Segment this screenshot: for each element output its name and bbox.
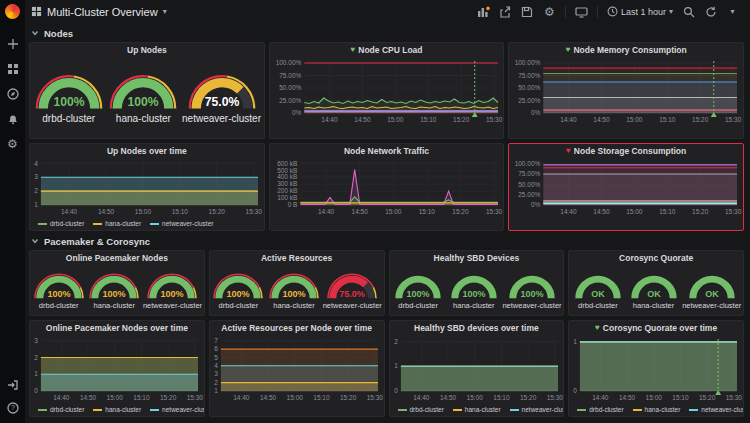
navbar-actions: ⚙ Last 1 hour ▾ ▾ — [474, 3, 742, 20]
panel-header[interactable]: Online Pacemaker Nodes over time — [30, 321, 204, 335]
svg-text:2: 2 — [34, 187, 38, 194]
legend-item[interactable]: drbd-cluster — [38, 220, 84, 227]
svg-text:1: 1 — [34, 370, 38, 377]
legend-item[interactable]: hana-cluster — [93, 406, 141, 413]
legend-item[interactable]: netweaver-cluster — [689, 406, 743, 413]
quorate-over-time-chart[interactable]: 14:4014:5015:0015:1015:2015:3010 — [569, 335, 743, 403]
add-panel-button[interactable] — [474, 3, 493, 20]
pacemaker-over-time-chart[interactable]: 14:4014:5015:0015:1015:2015:303210 — [30, 335, 204, 403]
svg-text:14:40: 14:40 — [61, 208, 78, 215]
svg-text:1: 1 — [394, 362, 398, 369]
save-button[interactable] — [518, 3, 537, 20]
panel-header[interactable]: Corosync Quorate — [569, 251, 743, 265]
row-header-pacemaker-corosync[interactable]: Pacemaker & Corosync — [31, 235, 744, 247]
panel-header[interactable]: ♥ Node Memory Consumption — [509, 43, 743, 57]
panel-header[interactable]: Active Resources per Node over time — [210, 321, 384, 335]
svg-text:15:10: 15:10 — [420, 116, 437, 123]
svg-text:100%: 100% — [407, 288, 430, 298]
svg-text:OK: OK — [591, 288, 605, 298]
legend-item[interactable]: hana-cluster — [93, 220, 141, 227]
panel-title-text: Node Storage Consumption — [574, 146, 686, 156]
online-pacemaker-gauges[interactable]: 100%drbd-cluster100%hana-cluster100%netw… — [30, 265, 204, 315]
dashboard-navbar: Multi-Cluster Overview ▾ ⚙ — [25, 0, 750, 23]
svg-text:15:20: 15:20 — [340, 394, 357, 401]
panel-header[interactable]: ♥ Node CPU Load — [270, 43, 504, 57]
chart-legend: drbd-clusterhana-clusternetweaver-cluste… — [30, 403, 204, 416]
dashboard-title[interactable]: Multi-Cluster Overview — [47, 6, 158, 18]
svg-text:14:40: 14:40 — [233, 394, 250, 401]
create-plus-icon[interactable] — [6, 37, 20, 51]
svg-text:14:50: 14:50 — [619, 394, 636, 401]
gauge-cluster-label: netweaver-cluster — [182, 113, 261, 124]
section-label: Pacemaker & Corosync — [44, 236, 150, 247]
corosync-quorate-gauges[interactable]: OKdrbd-clusterOKhana-clusterOKnetweaver-… — [569, 265, 743, 315]
explore-compass-icon[interactable] — [6, 87, 20, 101]
panel-header[interactable]: Healthy SBD Devices — [390, 251, 564, 265]
zoom-out-button[interactable] — [679, 3, 698, 20]
gauge-arc: 100% — [267, 269, 321, 301]
svg-text:14:50: 14:50 — [80, 394, 97, 401]
legend-item[interactable]: netweaver-cluster — [150, 220, 213, 227]
node-memory-chart[interactable]: 14:4014:5015:0015:1015:2015:30100.00%75.… — [509, 57, 743, 138]
grafana-logo[interactable] — [0, 0, 25, 23]
panel-header[interactable]: ♥ Corosync Quorate over time — [569, 321, 743, 335]
svg-text:14:40: 14:40 — [561, 208, 578, 215]
settings-gear-button[interactable]: ⚙ — [540, 3, 559, 20]
panel-header[interactable]: Node Network Traffic — [270, 144, 504, 158]
refresh-button[interactable] — [701, 3, 720, 20]
legend-item[interactable]: netweaver-cluster — [510, 406, 564, 413]
up-nodes-over-time-chart[interactable]: 14:4014:5015:0015:1015:2015:304321 — [30, 158, 264, 217]
legend-item[interactable]: netweaver-cluster — [150, 406, 204, 413]
node-storage-chart[interactable]: 14:4014:5015:0015:1015:2015:30100.00%75.… — [509, 158, 743, 230]
panel-up-nodes: Up Nodes 100%drbd-cluster100%hana-cluste… — [29, 42, 265, 139]
panel-header[interactable]: Online Pacemaker Nodes — [30, 251, 204, 265]
nodes-row-2: Up Nodes over time 14:4014:5015:0015:101… — [29, 143, 744, 231]
svg-text:2: 2 — [214, 379, 218, 386]
panel-header[interactable]: Up Nodes over time — [30, 144, 264, 158]
panel-header[interactable]: Up Nodes — [30, 43, 264, 57]
panel-header[interactable]: ♥ Node Storage Consumption — [509, 144, 743, 158]
resources-over-time-chart[interactable]: 14:4014:5015:0015:1015:2015:307654321 — [210, 335, 384, 416]
panel-online-pacemaker-over-time: Online Pacemaker Nodes over time 14:4014… — [29, 320, 205, 417]
cycle-view-mode-button[interactable] — [572, 3, 591, 20]
svg-text:1: 1 — [214, 387, 218, 394]
svg-text:14:50: 14:50 — [594, 208, 611, 215]
refresh-interval-dropdown[interactable]: ▾ — [723, 3, 742, 20]
time-range-picker[interactable]: Last 1 hour ▾ — [604, 3, 676, 20]
svg-text:15:30: 15:30 — [486, 116, 503, 123]
legend-item[interactable]: drbd-cluster — [577, 406, 623, 413]
panel-title-text: Healthy SBD Devices — [434, 253, 520, 263]
legend-series-color — [633, 409, 642, 411]
legend-item[interactable]: hana-cluster — [633, 406, 681, 413]
alerting-bell-icon[interactable] — [6, 112, 20, 126]
divider — [565, 6, 566, 18]
panel-header[interactable]: Active Resources — [210, 251, 384, 265]
legend-series-color — [93, 409, 102, 411]
svg-text:25.00%: 25.00% — [519, 191, 541, 198]
dashboard-title-group[interactable]: Multi-Cluster Overview ▾ — [31, 6, 167, 18]
svg-text:15:20: 15:20 — [160, 394, 177, 401]
sign-in-icon[interactable] — [6, 378, 20, 392]
node-cpu-load-chart[interactable]: 14:4014:5015:0015:1015:2015:30100.00%75.… — [270, 57, 504, 138]
svg-text:75.00%: 75.00% — [519, 170, 541, 177]
gauge: 100%hana-cluster — [87, 269, 141, 310]
legend-series-color — [689, 409, 698, 411]
configuration-gear-icon[interactable]: ⚙ — [6, 137, 20, 151]
svg-text:14:50: 14:50 — [98, 208, 115, 215]
legend-item[interactable]: drbd-cluster — [38, 406, 84, 413]
sbd-over-time-chart[interactable]: 14:4014:5015:0015:1015:2015:30210 — [390, 335, 564, 403]
row-header-nodes[interactable]: Nodes — [31, 27, 744, 39]
svg-text:75.0%: 75.0% — [339, 288, 365, 298]
panel-header[interactable]: Healthy SBD devices over time — [390, 321, 564, 335]
gauge-cluster-label: netweaver-cluster — [502, 301, 561, 310]
panel-title-text: Online Pacemaker Nodes — [66, 253, 168, 263]
active-resources-gauges[interactable]: 100%drbd-cluster100%hana-cluster75.0%net… — [210, 265, 384, 315]
healthy-sbd-gauges[interactable]: 100%drbd-cluster100%hana-cluster100%netw… — [390, 265, 564, 315]
up-nodes-gauges[interactable]: 100%drbd-cluster100%hana-cluster75.0%net… — [30, 57, 264, 138]
dashboards-grid-icon[interactable] — [6, 62, 20, 76]
share-button[interactable] — [496, 3, 515, 20]
help-icon[interactable]: ? — [6, 401, 20, 415]
legend-item[interactable]: hana-cluster — [453, 406, 501, 413]
legend-item[interactable]: drbd-cluster — [398, 406, 444, 413]
network-traffic-chart[interactable]: 14:4014:5015:0015:1015:2015:30600 kB500 … — [270, 158, 504, 230]
